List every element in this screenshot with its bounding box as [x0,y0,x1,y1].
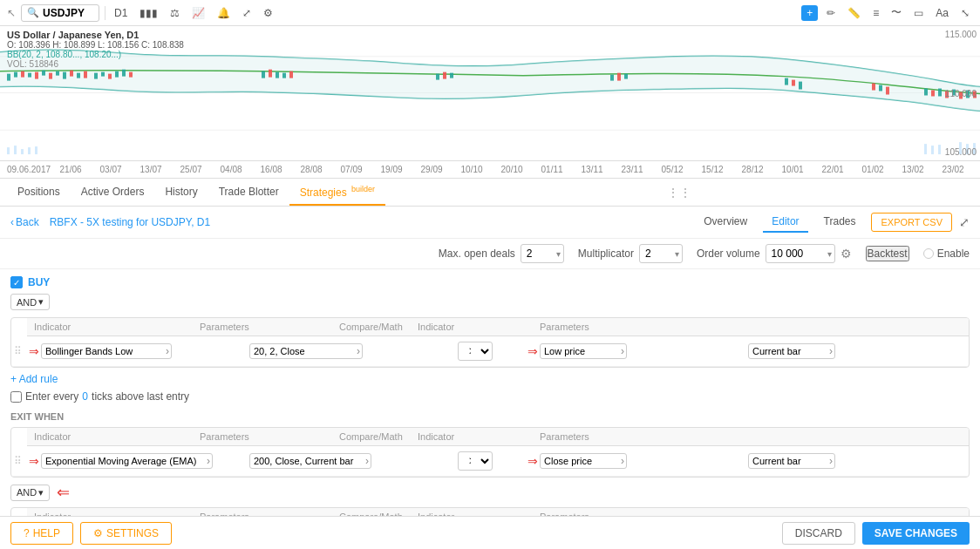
overview-tab-btn[interactable]: Overview [695,212,756,233]
multiplicator-group: Multiplicator 235 [578,244,683,263]
buy-indicator2-select[interactable]: Low price [540,343,627,359]
hline-btn[interactable]: ≡ [869,5,882,21]
svg-rect-22 [262,71,265,78]
trades-tab-btn[interactable]: Trades [815,212,865,233]
search-icon: 🔍 [27,7,39,18]
buy-params2-select[interactable]: Current bar [748,343,835,359]
discard-btn[interactable]: DISCARD [782,522,855,545]
buy-row-drag-handle[interactable]: ⠿ [11,345,24,357]
chart-type-bar [105,6,105,20]
draw-btn[interactable]: ✏ [823,5,839,21]
strategy-title: RBFX - 5X testing for USDJPY, D1 [50,216,211,228]
strategy-right-btns: Overview Editor Trades EXPORT CSV ⤢ [695,212,970,233]
buy-params-select[interactable]: 20, 2, Close [249,343,363,359]
rect-btn[interactable]: ▭ [910,5,927,21]
buy-indicator-select[interactable]: Bollinger Bands Low [41,343,172,359]
svg-rect-36 [872,84,875,91]
panel-drag-handle[interactable]: ⋮⋮ [667,186,691,200]
svg-rect-11 [56,71,59,76]
svg-rect-33 [785,78,788,85]
order-volume-group: Order volume 10 00020 000 ⚙ [697,244,852,263]
chart-ohlc: O: 108.396 H: 108.899 L: 108.156 C: 108.… [7,40,184,50]
bottom-left-btns: ? HELP ⚙ SETTINGS [10,522,172,545]
max-open-deals-select[interactable]: 235 [521,244,564,263]
exit-params2-0-select[interactable]: Current bar [748,453,835,469]
svg-rect-29 [450,73,453,78]
svg-rect-24 [276,72,279,78]
measure-btn[interactable]: 📏 [844,5,864,21]
help-btn[interactable]: ? HELP [10,522,73,545]
tab-positions[interactable]: Positions [7,180,71,205]
save-changes-btn[interactable]: SAVE CHANGES [862,522,970,545]
buy-rule-row-0: ⠿ ⇒ Bollinger Bands Low 20, [11,336,969,367]
order-volume-settings-icon[interactable]: ⚙ [840,247,852,261]
expand-btn[interactable]: ⤡ [957,5,973,21]
order-volume-select-wrap: 10 00020 000 [766,244,835,263]
svg-rect-28 [443,72,446,79]
exit-compare-0-select[interactable]: >< [458,451,493,471]
enter-every-checkbox[interactable] [10,391,22,403]
order-volume-select[interactable]: 10 00020 000 [766,244,835,263]
exit-indicator-0-select[interactable]: Exponential Moving Average (EMA) [41,453,213,469]
add-btn[interactable]: + [801,5,818,21]
tab-trade-blotter[interactable]: Trade Blotter [208,180,289,205]
buy-checkbox[interactable] [10,276,23,288]
enable-circle-icon [923,248,934,259]
svg-rect-31 [617,73,621,81]
buy-add-rule[interactable]: + Add rule [10,373,970,385]
ticks-value[interactable]: 0 [82,390,88,403]
back-button[interactable]: ‹ Back [10,216,39,228]
svg-rect-49 [21,149,24,154]
settings-btn[interactable]: ⚙ [260,5,276,21]
tab-strategies[interactable]: Strategies builder [289,180,385,206]
svg-rect-13 [70,71,73,77]
wave-btn[interactable]: 〜 [888,3,905,22]
timeframe-btn[interactable]: D1 [111,5,131,21]
chart-y-labels: 115.000 110.000 105.000 [943,26,978,160]
multiplicator-select[interactable]: 235 [639,244,683,263]
svg-rect-4 [7,74,10,81]
backtest-btn[interactable]: Backtest [866,246,909,261]
alerts-btn[interactable]: 🔔 [214,5,234,21]
svg-rect-23 [269,70,272,78]
exit-rule-row-0: ⠿ ⇒ Exponential Moving Average (EMA) [11,446,969,477]
exit-row-0-drag[interactable]: ⠿ [11,455,24,467]
exit-indicator2-0-select[interactable]: Close price [540,453,627,469]
symbol-search[interactable]: 🔍 USDJPY [21,4,99,22]
settings-bottom-btn[interactable]: ⚙ SETTINGS [80,522,172,545]
text-btn[interactable]: Aa [932,5,952,21]
enable-toggle[interactable]: Enable [923,247,970,260]
buy-checkbox-icon [10,276,23,288]
tab-active-orders[interactable]: Active Orders [71,180,155,205]
buy-row-arrow-indicator2: ⇒ [522,342,534,360]
bottom-right-btns: DISCARD SAVE CHANGES [782,522,970,545]
zoom-btn[interactable]: ⤢ [239,5,255,21]
cursor-icon[interactable]: ↖ [7,7,16,19]
editor-tab-btn[interactable]: Editor [763,212,807,233]
export-csv-btn[interactable]: EXPORT CSV [871,213,952,232]
top-toolbar: ↖ 🔍 USDJPY D1 ▮▮▮ ⚖ 📈 🔔 ⤢ ⚙ + ✏ 📏 ≡ 〜 ▭ … [0,0,980,26]
buy-row-arrow-indicator: ⇒ [24,342,36,360]
bar-chart-btn[interactable]: ▮▮▮ [136,5,161,21]
tab-history[interactable]: History [154,180,208,205]
svg-rect-32 [624,74,628,79]
buy-params2-select-wrap: Current bar [748,343,835,359]
exit-params-0-select[interactable]: 200, Close, Current bar [249,453,371,469]
fullscreen-btn[interactable]: ⤢ [959,215,970,229]
exit-and-badge[interactable]: AND ▾ [10,485,50,501]
svg-rect-6 [21,71,24,78]
buy-indicator2-select-wrap: Low price [540,343,627,359]
enter-every: Enter every 0 ticks above last entry [10,390,970,403]
compare-btn[interactable]: ⚖ [167,5,183,21]
svg-rect-18 [108,74,112,79]
buy-compare-select[interactable]: ><= [458,342,493,361]
buy-and-badge[interactable]: AND ▾ [10,294,50,310]
svg-rect-51 [35,146,37,154]
indicators-btn[interactable]: 📈 [188,5,208,21]
svg-rect-47 [7,147,10,154]
svg-rect-20 [122,70,126,77]
strategy-header: ‹ Back RBFX - 5X testing for USDJPY, D1 … [0,207,980,239]
buy-indicator-select-wrap: Bollinger Bands Low [41,343,172,359]
chart-vol: VOL: 518846 [7,59,184,69]
svg-rect-54 [938,145,941,154]
